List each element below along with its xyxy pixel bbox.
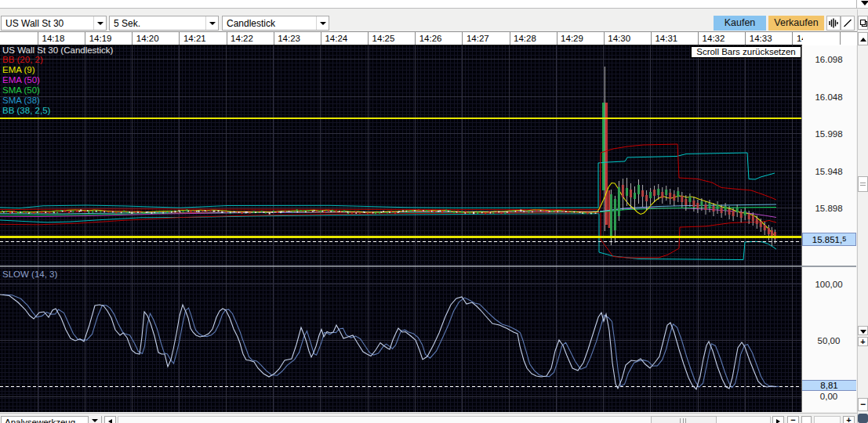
svg-text:EMA (50): EMA (50) <box>2 75 40 85</box>
svg-text:SLOW (14, 3): SLOW (14, 3) <box>2 269 57 279</box>
svg-text:BB (38, 2,5): BB (38, 2,5) <box>2 106 51 115</box>
svg-text:SMA (50): SMA (50) <box>2 85 40 95</box>
svg-text:SMA (38): SMA (38) <box>2 96 40 105</box>
svg-text:EMA (9): EMA (9) <box>2 65 35 74</box>
svg-text:US Wall St 30 (Candlestick): US Wall St 30 (Candlestick) <box>2 45 114 55</box>
svg-text:BB (20, 2): BB (20, 2) <box>2 55 43 64</box>
